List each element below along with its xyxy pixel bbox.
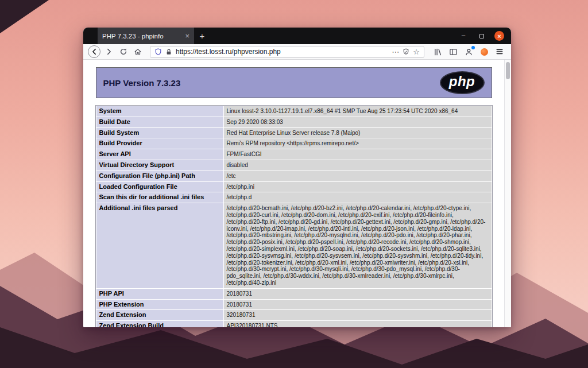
row-value: Linux losst-2 3.10.0-1127.19.1.el7.x86_6…: [223, 106, 492, 117]
row-label: Scan this dir for additional .ini files: [96, 192, 223, 203]
firefox-window: PHP 7.3.23 - phpinfo × + − × https://tes…: [83, 28, 511, 327]
phpinfo-table: SystemLinux losst-2 3.10.0-1127.19.1.el7…: [96, 106, 492, 327]
table-row: Scan this dir for additional .ini files/…: [96, 192, 492, 203]
row-label: Build Date: [96, 117, 223, 127]
row-value: Remi's RPM repository <https://rpms.remi…: [223, 138, 492, 149]
table-row: Loaded Configuration File/etc/php.ini: [96, 181, 492, 192]
home-icon: [134, 48, 142, 56]
titlebar: PHP 7.3.23 - phpinfo × + − ×: [83, 28, 511, 44]
php-logo: php: [440, 71, 485, 94]
row-value: FPM/FastCGI: [223, 149, 492, 160]
new-tab-button[interactable]: +: [194, 28, 210, 44]
row-label: PHP Extension: [96, 299, 223, 310]
row-label: Build System: [96, 127, 223, 138]
row-label: Build Provider: [96, 138, 223, 149]
row-label: Configuration File (php.ini) Path: [96, 171, 223, 181]
table-row: Build ProviderRemi's RPM repository <htt…: [96, 138, 492, 149]
row-value: API320180731,NTS: [223, 321, 492, 327]
table-row: PHP API20180731: [96, 288, 492, 299]
close-button[interactable]: ×: [494, 31, 504, 41]
table-row: Virtual Directory Supportdisabled: [96, 160, 492, 171]
url-bar[interactable]: https://test.losst.ru/phpversion.php ⋯ ☆: [150, 46, 424, 58]
page-scrollbar[interactable]: [504, 60, 511, 327]
row-label: Virtual Directory Support: [96, 160, 223, 171]
menu-button[interactable]: [494, 47, 505, 57]
toolbar-right-icons: [431, 47, 506, 57]
table-row: SystemLinux losst-2 3.10.0-1127.19.1.el7…: [96, 106, 492, 117]
reload-icon: [119, 48, 127, 56]
row-value: /etc: [223, 171, 492, 181]
row-value: /etc/php.d/20-bcmath.ini, /etc/php.d/20-…: [223, 203, 492, 289]
page-content: PHP Version 7.3.23 php SystemLinux losst…: [83, 60, 511, 327]
row-value: Sep 29 2020 08:33:03: [223, 117, 492, 127]
row-label: Zend Extension: [96, 310, 223, 321]
library-icon[interactable]: [432, 47, 443, 57]
library-glyph: [434, 48, 442, 56]
maximize-button[interactable]: [476, 30, 488, 42]
tracking-shield-icon[interactable]: [154, 48, 162, 56]
forward-arrow-icon: [105, 48, 113, 56]
account-sync-icon[interactable]: [463, 47, 474, 57]
table-row: Additional .ini files parsed/etc/php.d/2…: [96, 203, 492, 289]
tab-title: PHP 7.3.23 - phpinfo: [102, 33, 181, 40]
table-row: Build DateSep 29 2020 08:33:03: [96, 117, 492, 127]
window-controls: − ×: [458, 28, 511, 44]
hamburger-menu-icon: [496, 48, 504, 56]
titlebar-drag-area: [210, 28, 458, 44]
row-label: Additional .ini files parsed: [96, 203, 223, 289]
lock-icon[interactable]: [165, 48, 172, 56]
row-label: System: [96, 106, 223, 117]
back-button[interactable]: [88, 45, 100, 58]
page-action-shield-icon[interactable]: [403, 48, 409, 55]
account-notification-badge: [471, 46, 475, 49]
table-row: Zend Extension BuildAPI320180731,NTS: [96, 321, 492, 327]
url-text: https://test.losst.ru/phpversion.php: [176, 48, 388, 56]
row-value: Red Hat Enterprise Linux Server release …: [223, 127, 492, 138]
row-value: disabled: [223, 160, 492, 171]
sidebar-icon[interactable]: [448, 47, 458, 57]
row-label: PHP API: [96, 288, 223, 299]
browser-tab[interactable]: PHP 7.3.23 - phpinfo ×: [98, 28, 194, 44]
forward-button[interactable]: [103, 46, 115, 57]
php-version-header: PHP Version 7.3.23 php: [96, 67, 492, 98]
bookmark-star-icon[interactable]: ☆: [413, 48, 420, 56]
row-value: /etc/php.ini: [223, 181, 492, 192]
row-label: Server API: [96, 149, 223, 160]
scrollbar-thumb[interactable]: [506, 62, 510, 79]
row-value: 20180731: [223, 299, 492, 310]
table-row: Build SystemRed Hat Enterprise Linux Ser…: [96, 127, 492, 138]
table-row: Zend Extension320180731: [96, 310, 492, 321]
tab-close-icon[interactable]: ×: [185, 32, 189, 40]
page-actions-icon[interactable]: ⋯: [392, 48, 399, 56]
back-arrow-icon: [90, 48, 98, 56]
table-row: PHP Extension20180731: [96, 299, 492, 310]
extension-icon[interactable]: [479, 47, 489, 57]
table-row: Server APIFPM/FastCGI: [96, 149, 492, 160]
row-value: 20180731: [223, 288, 492, 299]
row-label: Zend Extension Build: [96, 321, 223, 327]
row-value: /etc/php.d: [223, 192, 492, 203]
reload-button[interactable]: [118, 46, 129, 57]
phpinfo-page: PHP Version 7.3.23 php SystemLinux losst…: [83, 60, 504, 327]
page-title: PHP Version 7.3.23: [103, 78, 181, 88]
sidebar-glyph: [449, 48, 458, 56]
navigation-toolbar: https://test.losst.ru/phpversion.php ⋯ ☆: [83, 44, 511, 60]
table-row: Configuration File (php.ini) Path/etc: [96, 171, 492, 181]
row-value: 320180731: [223, 310, 492, 321]
home-button[interactable]: [132, 46, 144, 57]
minimize-button[interactable]: −: [458, 30, 469, 42]
php-logo-text: php: [449, 73, 475, 90]
row-label: Loaded Configuration File: [96, 181, 223, 192]
